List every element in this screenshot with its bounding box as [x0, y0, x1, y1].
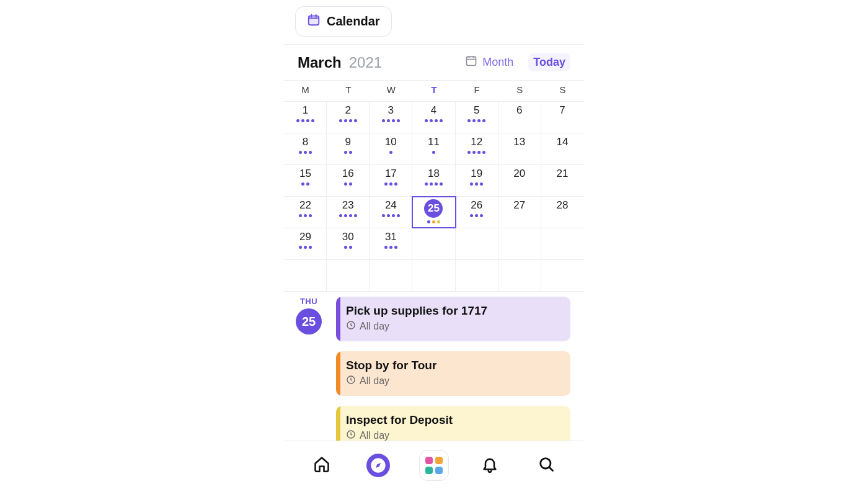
day-cell: [456, 228, 498, 259]
day-cell[interactable]: 15: [284, 165, 327, 196]
day-number: 12: [471, 136, 482, 148]
day-number: 17: [385, 168, 397, 180]
home-icon: [313, 455, 330, 475]
events-list: THU 25 Pick up supplies for 1717All day …: [284, 292, 584, 451]
event-indicator: [339, 214, 357, 217]
day-cell[interactable]: 6: [498, 102, 541, 133]
day-cell: [541, 228, 584, 259]
day-cell[interactable]: 8: [284, 133, 327, 164]
day-cell[interactable]: 18: [412, 165, 455, 196]
event-indicator: [299, 151, 312, 154]
month-label: March: [298, 54, 342, 71]
day-cell[interactable]: 14: [541, 133, 584, 164]
day-cell[interactable]: 25: [412, 197, 455, 228]
day-cell: [498, 260, 541, 291]
event-title: Stop by for Tour: [346, 359, 560, 372]
nav-apps-button[interactable]: [419, 451, 449, 480]
calendar-header: March 2021 Month Today: [284, 45, 584, 80]
event-time: All day: [346, 429, 560, 442]
day-cell[interactable]: 27: [498, 197, 541, 228]
day-number: 2: [345, 104, 350, 117]
day-cell[interactable]: 26: [456, 197, 498, 228]
day-cell[interactable]: 7: [541, 102, 584, 133]
day-cell[interactable]: 31: [370, 228, 412, 259]
day-cell[interactable]: 23: [327, 197, 370, 228]
dow-label: T: [327, 81, 370, 101]
day-cell[interactable]: 22: [284, 197, 327, 228]
event-indicator: [339, 119, 357, 122]
view-mode-button[interactable]: Month: [465, 55, 513, 70]
day-cell[interactable]: 1: [284, 102, 327, 133]
event-color-stripe: [336, 297, 340, 341]
clock-icon: [346, 320, 356, 333]
day-cell[interactable]: 5: [456, 102, 498, 133]
event-indicator: [467, 151, 485, 154]
event-indicator: [470, 182, 483, 186]
selected-date-badge: THU 25: [293, 297, 325, 341]
clock-icon: [346, 375, 356, 387]
dow-label: S: [498, 81, 541, 101]
event-indicator: [427, 220, 440, 223]
day-cell: [456, 260, 498, 291]
day-cell[interactable]: 13: [498, 133, 541, 164]
day-cell[interactable]: 9: [327, 133, 370, 164]
day-cell[interactable]: 16: [327, 165, 370, 196]
calendar-filter-button[interactable]: Calendar: [295, 6, 392, 37]
day-number: 28: [556, 199, 568, 212]
day-number: 27: [513, 199, 525, 212]
day-cell[interactable]: 12: [456, 133, 498, 164]
day-cell[interactable]: 17: [370, 165, 412, 196]
event-time: All day: [346, 320, 560, 333]
day-cell: [541, 260, 584, 291]
day-number: 7: [559, 104, 565, 117]
event-indicator: [470, 214, 483, 217]
calendar-filter-label: Calendar: [327, 14, 380, 29]
day-number: 26: [471, 199, 482, 212]
day-cell: [412, 228, 455, 259]
day-cell: [327, 260, 370, 291]
day-cell[interactable]: 30: [327, 228, 370, 259]
event-indicator: [344, 246, 352, 249]
day-cell[interactable]: 3: [370, 102, 412, 133]
day-cell[interactable]: 4: [412, 102, 455, 133]
nav-explore-button[interactable]: [363, 451, 393, 480]
nav-home-button[interactable]: [307, 451, 337, 480]
event-card[interactable]: Stop by for TourAll day: [336, 351, 570, 396]
day-cell[interactable]: 24: [370, 197, 412, 228]
day-number: 3: [388, 104, 394, 117]
day-cell[interactable]: 19: [456, 165, 498, 196]
event-indicator: [382, 214, 400, 217]
day-cell: [412, 260, 455, 291]
day-number: 21: [556, 168, 568, 180]
calendar-grid: 1234567891011121314151617181920212223242…: [284, 101, 584, 292]
event-indicator: [344, 182, 352, 186]
day-cell[interactable]: 11: [412, 133, 455, 164]
day-cell[interactable]: 10: [370, 133, 412, 164]
today-button[interactable]: Today: [528, 53, 570, 71]
event-title: Pick up supplies for 1717: [346, 304, 560, 318]
day-number: 6: [516, 104, 522, 117]
day-number: 20: [513, 168, 525, 180]
event-card[interactable]: Pick up supplies for 1717All day: [336, 297, 570, 341]
event-title: Inspect for Deposit: [346, 413, 560, 427]
day-cell[interactable]: 20: [498, 165, 541, 196]
svg-rect-0: [309, 16, 319, 25]
day-cell[interactable]: 21: [541, 165, 584, 196]
day-number: 30: [342, 231, 354, 243]
bottom-nav: [284, 441, 584, 489]
nav-search-button[interactable]: [531, 451, 561, 480]
event-indicator: [382, 119, 400, 122]
day-number: 11: [428, 136, 440, 148]
day-cell[interactable]: 29: [284, 228, 327, 259]
day-number: 19: [471, 168, 482, 180]
day-number: 4: [431, 104, 436, 117]
event-indicator: [299, 246, 312, 249]
selected-dow-label: THU: [293, 297, 325, 306]
day-cell: [284, 260, 327, 291]
nav-notifications-button[interactable]: [475, 451, 505, 480]
day-number: 15: [299, 168, 311, 180]
day-cell[interactable]: 2: [327, 102, 370, 133]
day-cell[interactable]: 28: [541, 197, 584, 228]
day-cell: [498, 228, 541, 259]
day-number: 23: [342, 199, 354, 212]
